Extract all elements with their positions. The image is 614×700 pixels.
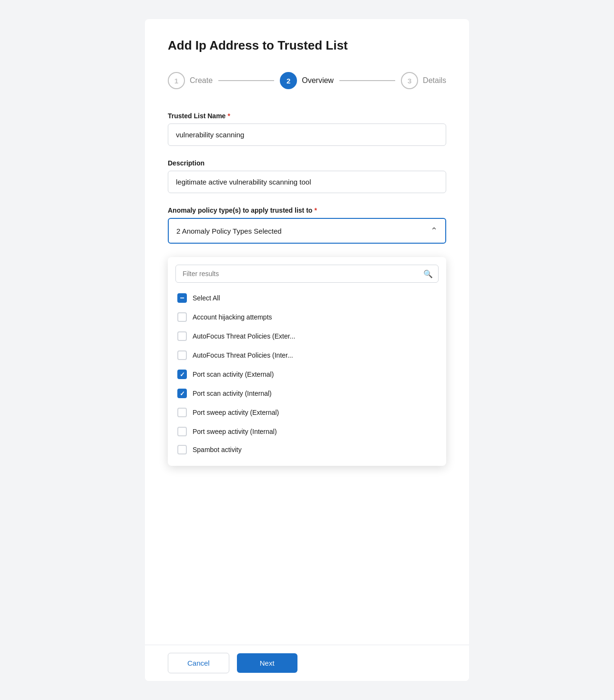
step-1: 1 Create (168, 72, 213, 89)
trusted-list-name-label: Trusted List Name * (168, 112, 446, 120)
list-item[interactable]: Port sweep activity (Internal) (175, 422, 439, 441)
select-all-checkbox[interactable]: − (177, 293, 187, 303)
description-label: Description (168, 159, 446, 167)
required-star-anomaly: * (314, 206, 317, 214)
filter-input[interactable] (175, 265, 439, 283)
step-3-circle: 3 (401, 72, 418, 89)
page-title: Add Ip Address to Trusted List (168, 38, 446, 53)
step-line-1 (218, 80, 274, 81)
item-label: Port sweep activity (Internal) (193, 428, 277, 435)
dash-mark-icon: − (180, 294, 184, 302)
step-2-label: Overview (302, 76, 334, 85)
step-2: 2 Overview (280, 72, 334, 89)
item-label: Port scan activity (Internal) (193, 390, 272, 397)
select-all-label: Select All (193, 294, 220, 302)
step-3-label: Details (423, 76, 446, 85)
filter-input-wrapper: 🔍 (175, 265, 439, 283)
next-button[interactable]: Next (237, 653, 297, 673)
search-icon: 🔍 (423, 269, 433, 278)
anomaly-policy-label: Anomaly policy type(s) to apply trusted … (168, 206, 446, 214)
list-item[interactable]: ✓ Port scan activity (Internal) (175, 384, 439, 403)
list-item[interactable]: AutoFocus Threat Policies (Exter... (175, 327, 439, 346)
list-item[interactable]: Account hijacking attempts (175, 308, 439, 327)
item-label: Port sweep activity (External) (193, 409, 279, 416)
stepper: 1 Create 2 Overview 3 Details (168, 72, 446, 89)
step-2-circle: 2 (280, 72, 297, 89)
anomaly-policy-dropdown-trigger[interactable]: 2 Anomaly Policy Types Selected ⌃ (168, 218, 446, 244)
checkbox-autofocus-internal[interactable] (177, 350, 187, 360)
item-label: Port scan activity (External) (193, 371, 274, 378)
item-label: AutoFocus Threat Policies (Inter... (193, 351, 293, 359)
required-star-name: * (227, 112, 230, 120)
dropdown-panel: 🔍 − Select All Account hijacking attempt… (168, 257, 446, 466)
anomaly-policy-selected-text: 2 Anomaly Policy Types Selected (176, 227, 282, 235)
step-3: 3 Details (401, 72, 446, 89)
list-item[interactable]: ✓ Port scan activity (External) (175, 365, 439, 384)
cancel-button[interactable]: Cancel (168, 653, 229, 673)
page-container: Add Ip Address to Trusted List 1 Create … (145, 19, 469, 681)
chevron-up-icon: ⌃ (430, 226, 438, 236)
step-1-label: Create (190, 76, 213, 85)
checkbox-account-hijacking[interactable] (177, 312, 187, 322)
checkbox-spambot[interactable] (177, 445, 187, 454)
step-line-2 (339, 80, 395, 81)
checkbox-autofocus-external[interactable] (177, 331, 187, 341)
item-label: Account hijacking attempts (193, 313, 272, 321)
step-1-circle: 1 (168, 72, 185, 89)
checkbox-port-scan-internal[interactable]: ✓ (177, 389, 187, 398)
description-input[interactable] (168, 171, 446, 193)
checkmark-icon: ✓ (180, 371, 185, 378)
list-item[interactable]: Spambot activity (175, 441, 439, 458)
checkbox-port-scan-external[interactable]: ✓ (177, 370, 187, 379)
item-label: Spambot activity (193, 446, 242, 453)
checkbox-port-sweep-internal[interactable] (177, 427, 187, 436)
trusted-list-name-input[interactable] (168, 124, 446, 146)
bottom-bar: Cancel Next (145, 645, 469, 681)
description-group: Description (168, 159, 446, 193)
checkbox-port-sweep-external[interactable] (177, 408, 187, 417)
item-label: AutoFocus Threat Policies (Exter... (193, 332, 295, 340)
list-item[interactable]: Port sweep activity (External) (175, 403, 439, 422)
list-item[interactable]: AutoFocus Threat Policies (Inter... (175, 346, 439, 365)
anomaly-policy-group: Anomaly policy type(s) to apply trusted … (168, 206, 446, 244)
trusted-list-name-group: Trusted List Name * (168, 112, 446, 146)
select-all-item[interactable]: − Select All (175, 288, 439, 308)
checkmark-icon: ✓ (180, 391, 185, 397)
